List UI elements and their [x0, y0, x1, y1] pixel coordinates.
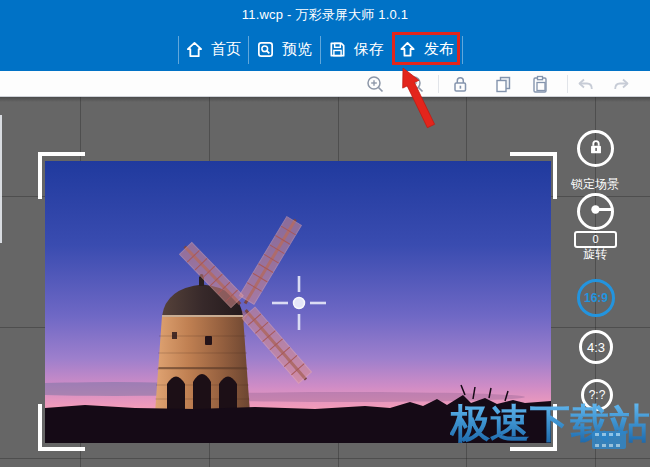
edit-toolbar — [0, 71, 650, 97]
home-icon — [185, 40, 204, 59]
preview-button[interactable]: 预览 — [248, 33, 320, 65]
highlight-arrow-icon — [393, 66, 441, 134]
rotate-label: 旋转 — [571, 246, 619, 263]
zoom-in-icon[interactable] — [365, 74, 385, 94]
scene-canvas[interactable]: 锁定场景 0 旋转 16:9 4:3 ?:? 极速下载站 — [0, 97, 650, 467]
highlight-box — [392, 32, 460, 65]
crop-handle-bottom-right[interactable] — [510, 404, 557, 451]
aspect-ratio-custom-label: ?:? — [589, 388, 606, 402]
aspect-ratio-4-3-button[interactable]: 4:3 — [579, 330, 613, 364]
lock-scene-button[interactable] — [577, 130, 614, 167]
lock-scene-label: 锁定场景 — [563, 176, 627, 193]
save-button[interactable]: 保存 — [320, 33, 392, 65]
crosshair-handle[interactable] — [269, 273, 329, 333]
crop-handle-top-right[interactable] — [510, 152, 557, 199]
undo-icon[interactable] — [575, 74, 595, 94]
redo-icon[interactable] — [612, 74, 632, 94]
crop-handle-top-left[interactable] — [38, 152, 85, 199]
preview-button-label: 预览 — [282, 40, 312, 59]
crop-handle-bottom-left[interactable] — [38, 404, 85, 451]
aspect-ratio-4-3-label: 4:3 — [587, 340, 605, 355]
save-button-label: 保存 — [354, 40, 384, 59]
panel-edge — [0, 115, 2, 243]
padlock-icon — [587, 138, 605, 160]
copy-icon[interactable] — [493, 74, 513, 94]
aspect-ratio-16-9-button[interactable]: 16:9 — [577, 279, 615, 317]
save-icon — [328, 40, 347, 59]
app-window: 11.wcp - 万彩录屏大师 1.0.1 首页 预览 保存 — [0, 0, 650, 467]
dial-handle-icon — [580, 194, 611, 229]
home-button[interactable]: 首页 — [178, 33, 248, 65]
divider — [567, 75, 568, 93]
window-title: 11.wcp - 万彩录屏大师 1.0.1 — [0, 6, 650, 24]
home-button-label: 首页 — [211, 40, 241, 59]
canvas-top-shade — [0, 97, 650, 102]
aspect-ratio-16-9-label: 16:9 — [584, 291, 608, 305]
paste-icon[interactable] — [530, 74, 550, 94]
rotation-dial[interactable] — [577, 193, 614, 230]
preview-icon — [256, 40, 275, 59]
aspect-ratio-custom-button[interactable]: ?:? — [581, 379, 613, 411]
film-strip-icon — [592, 431, 626, 453]
title-bar: 11.wcp - 万彩录屏大师 1.0.1 首页 预览 保存 — [0, 0, 650, 71]
lock-icon[interactable] — [450, 74, 470, 94]
grid-line — [0, 458, 650, 459]
divider — [462, 36, 463, 64]
